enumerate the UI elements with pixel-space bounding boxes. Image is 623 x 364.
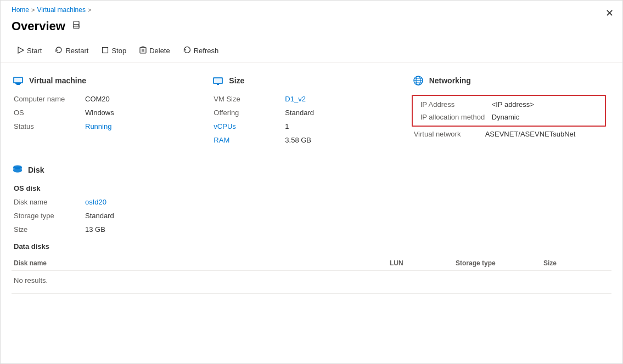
disk-size-row: Size 13 GB xyxy=(12,225,611,234)
vcpus-row: vCPUs 1 xyxy=(211,122,411,130)
stop-icon xyxy=(102,47,109,55)
os-disk-title: OS disk xyxy=(14,184,611,192)
disk-name-label: Disk name xyxy=(14,198,85,206)
col-lun: LUN xyxy=(390,259,456,267)
vcpus-value: 1 xyxy=(285,122,289,130)
size-section-title: Size xyxy=(229,76,244,85)
networking-section-header: Networking xyxy=(412,74,606,87)
data-disks-title: Data disks xyxy=(14,242,611,251)
bottom-border xyxy=(12,293,611,294)
svg-rect-15 xyxy=(217,84,219,85)
virtual-network-row: Virtual network ASEVNET/ASEVNETsubNet xyxy=(412,130,606,138)
svg-point-2 xyxy=(78,25,80,26)
disk-section-title: Disk xyxy=(28,166,44,174)
restart-icon xyxy=(55,46,63,55)
breadcrumb-sep2: > xyxy=(88,7,91,13)
breadcrumb-home[interactable]: Home xyxy=(12,6,29,14)
print-icon[interactable] xyxy=(72,21,81,32)
restart-label: Restart xyxy=(65,47,88,55)
delete-icon xyxy=(139,46,147,55)
ip-address-label: IP Address xyxy=(420,100,492,109)
offering-value: Standard xyxy=(285,109,314,117)
vm-size-row: VM Size D1_v2 xyxy=(211,95,411,103)
close-icon[interactable]: ✕ xyxy=(605,7,614,19)
disk-name-value[interactable]: osId20 xyxy=(85,198,106,206)
svg-rect-11 xyxy=(16,84,20,85)
status-value: Running xyxy=(85,122,111,130)
svg-marker-3 xyxy=(18,47,24,53)
ram-value: 3.58 GB xyxy=(285,136,311,144)
restart-button[interactable]: Restart xyxy=(49,43,94,58)
ram-label: RAM xyxy=(214,136,285,144)
status-row: Status Running xyxy=(12,122,211,130)
start-button[interactable]: Start xyxy=(12,44,47,58)
svg-rect-10 xyxy=(14,78,22,82)
svg-rect-5 xyxy=(140,48,146,53)
vm-size-value: D1_v2 xyxy=(285,95,306,103)
computer-name-value: COM20 xyxy=(85,95,110,103)
ip-allocation-row: IP allocation method Dynamic xyxy=(418,113,599,121)
breadcrumb-virtual-machines[interactable]: Virtual machines xyxy=(37,6,86,14)
ip-address-value: <IP address> xyxy=(492,100,534,109)
disk-name-row: Disk name osId20 xyxy=(12,198,611,206)
size-icon xyxy=(211,74,224,87)
status-label: Status xyxy=(14,122,85,130)
os-row: OS Windows xyxy=(12,109,211,117)
storage-type-label: Storage type xyxy=(14,212,85,220)
vm-section-header: Virtual machine xyxy=(12,74,211,87)
main-content: Virtual machine Computer name COM20 OS W… xyxy=(1,63,622,305)
size-column: Size VM Size D1_v2 Offering Standard vCP… xyxy=(211,74,411,150)
svg-point-22 xyxy=(13,169,22,173)
svg-rect-4 xyxy=(103,47,108,53)
size-section-header: Size xyxy=(211,74,411,87)
ram-row: RAM 3.58 GB xyxy=(211,136,411,144)
overview-grid: Virtual machine Computer name COM20 OS W… xyxy=(12,74,611,150)
svg-rect-0 xyxy=(74,21,79,25)
vm-size-label: VM Size xyxy=(214,95,285,103)
vm-column: Virtual machine Computer name COM20 OS W… xyxy=(12,74,211,150)
storage-type-value: Standard xyxy=(85,212,114,220)
disk-section-header: Disk xyxy=(12,163,611,177)
toolbar: Start Restart Stop Delete Refresh xyxy=(1,39,622,63)
offering-label: Offering xyxy=(214,109,285,117)
stop-label: Stop xyxy=(111,47,126,55)
computer-name-label: Computer name xyxy=(14,95,85,103)
refresh-icon xyxy=(183,46,191,55)
vcpus-label: vCPUs xyxy=(214,122,285,130)
refresh-button[interactable]: Refresh xyxy=(178,43,224,58)
col-size: Size xyxy=(543,259,609,267)
vm-section-title: Virtual machine xyxy=(29,76,86,85)
col-storage-type: Storage type xyxy=(456,259,543,267)
networking-section-title: Networking xyxy=(429,76,471,85)
svg-rect-12 xyxy=(15,83,21,84)
refresh-label: Refresh xyxy=(194,47,219,55)
disk-size-label: Size xyxy=(14,225,85,234)
disk-icon xyxy=(12,163,24,177)
stop-button[interactable]: Stop xyxy=(96,44,132,58)
start-label: Start xyxy=(27,47,42,55)
ip-allocation-value: Dynamic xyxy=(492,113,520,121)
computer-name-row: Computer name COM20 xyxy=(12,95,211,103)
col-disk-name: Disk name xyxy=(14,259,390,267)
ip-address-row: IP Address <IP address> xyxy=(418,100,599,109)
networking-highlight-box: IP Address <IP address> IP allocation me… xyxy=(412,95,606,127)
networking-column: Networking IP Address <IP address> IP al… xyxy=(412,74,611,150)
data-disks-table-header: Disk name LUN Storage type Size xyxy=(12,256,611,271)
networking-icon xyxy=(412,74,425,87)
disk-size-value: 13 GB xyxy=(85,225,105,234)
storage-type-row: Storage type Standard xyxy=(12,212,611,220)
delete-button[interactable]: Delete xyxy=(134,43,176,58)
os-label: OS xyxy=(14,109,85,117)
breadcrumb-sep1: > xyxy=(31,7,35,13)
ip-allocation-label: IP allocation method xyxy=(420,113,492,121)
vm-icon xyxy=(12,74,25,87)
disk-section: Disk OS disk Disk name osId20 Storage ty… xyxy=(12,163,611,294)
os-value: Windows xyxy=(85,109,114,117)
virtual-network-label: Virtual network xyxy=(414,130,485,138)
title-bar: Overview xyxy=(1,17,622,39)
breadcrumb: Home > Virtual machines > xyxy=(1,1,622,17)
offering-row: Offering Standard xyxy=(211,109,411,117)
svg-rect-14 xyxy=(214,78,222,83)
no-results-row: No results. xyxy=(12,273,611,288)
virtual-network-value: ASEVNET/ASEVNETsubNet xyxy=(485,130,576,138)
